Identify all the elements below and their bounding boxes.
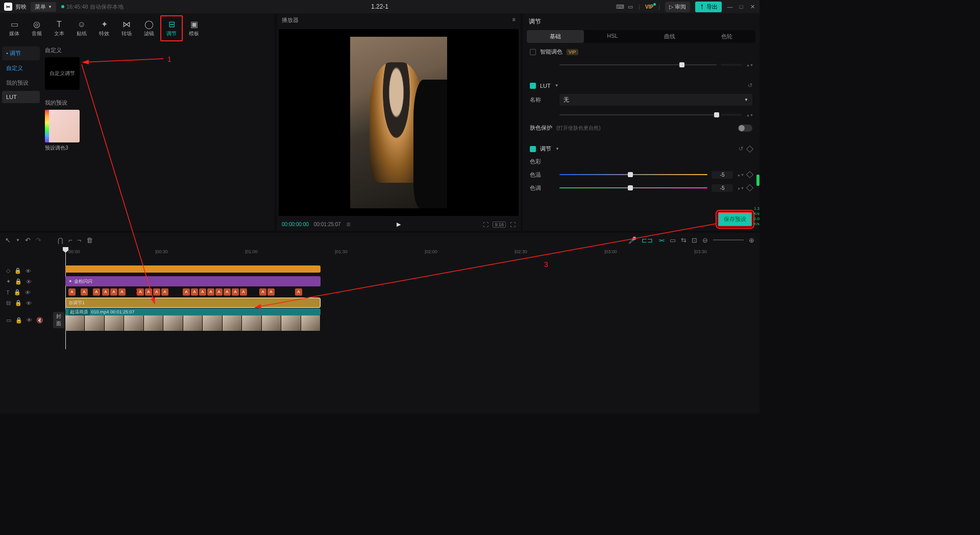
zoom-in-icon[interactable]: ⊕ (749, 236, 754, 244)
menu-button[interactable]: 菜单▼ (31, 2, 56, 12)
subtab-basic[interactable]: 基础 (527, 30, 584, 43)
keyboard-icon[interactable]: ⌨ (616, 4, 622, 10)
split-right-icon[interactable]: ¬ (78, 236, 82, 244)
tab-adjust[interactable]: ⊟调节 (160, 15, 183, 41)
menu-label: 菜单 (35, 3, 46, 11)
tab-text[interactable]: T文本 (48, 15, 70, 41)
adjust-row: 调节 ▼ ↺ (530, 145, 752, 153)
adjust-reset-icon[interactable]: ↺ (739, 145, 743, 152)
tab-template[interactable]: ▣模板 (183, 15, 205, 41)
preset-thumb[interactable] (45, 110, 80, 142)
subtab-hsl[interactable]: HSL (584, 30, 641, 43)
temp-keyframe[interactable] (746, 171, 753, 178)
cover-button[interactable]: 封面 (53, 312, 64, 328)
track-head-4[interactable]: ⊟🔒👁 (6, 298, 61, 308)
tint-slider[interactable] (559, 187, 707, 188)
sidebar-custom[interactable]: 自定义 (2, 61, 40, 75)
lut-strength-value[interactable] (721, 114, 742, 116)
track-head-2[interactable]: ✦🔒👁 (6, 276, 61, 287)
switch-icon[interactable]: ⇆ (681, 236, 687, 244)
timeline-panel: ↖ ▼ ↶ ↷ ⋂ ⌐ ¬ 🗑 🎤 ⊏⊐ ⫘ ▭ ⇆ ⊡ ⊖ ⊕ 00:00 |… (0, 233, 760, 414)
tint-keyframe[interactable] (746, 184, 753, 191)
review-button[interactable]: ▷ 审阅 (665, 2, 690, 12)
player-viewport[interactable] (279, 29, 519, 216)
lut-select[interactable]: 无▼ (559, 94, 752, 106)
save-preset-button[interactable]: 保存预设 (718, 212, 752, 227)
tab-transition[interactable]: ⋈转场 (115, 15, 138, 41)
player-menu-icon[interactable]: ≡ (512, 16, 516, 24)
magnet-icon[interactable]: ⊏⊐ (642, 236, 653, 244)
custom-adjust-card[interactable]: 自定义调节 (45, 57, 80, 90)
maximize-icon[interactable]: □ (738, 4, 744, 10)
vip-badge[interactable]: VIP (645, 4, 653, 10)
delete-icon[interactable]: 🗑 (86, 236, 93, 244)
adjust-panel: 调节 基础 HSL 曲线 色轮 智能调色 VIP ▲▼ LUT (523, 13, 760, 231)
adjust-keyframe-icon[interactable] (746, 145, 753, 152)
tab-media[interactable]: ▭媒体 (3, 15, 26, 41)
track-head-video[interactable]: ▭🔒👁🔇 封面 (6, 308, 61, 332)
ratio-button[interactable]: 9:16 (493, 222, 506, 228)
undo-icon[interactable]: ↶ (25, 236, 31, 244)
adjust-checkbox[interactable] (530, 146, 536, 152)
app-logo: ✂ (4, 3, 12, 11)
effect-clip[interactable]: ✦ 金粉闪闪 (65, 276, 321, 286)
preview-icon[interactable]: ▭ (670, 236, 676, 244)
pointer-tool[interactable]: ↖ (5, 236, 11, 244)
mic-icon[interactable]: 🎤 (628, 236, 636, 244)
tab-filter[interactable]: ◯滤镜 (138, 15, 160, 41)
player-title: 播放器 (282, 16, 299, 24)
smart-color-checkbox[interactable] (530, 49, 536, 55)
tab-sticker[interactable]: ☺贴纸 (70, 15, 93, 41)
current-time: 00:00:00:00 (282, 222, 309, 227)
skin-toggle[interactable] (738, 125, 752, 132)
smart-value[interactable] (721, 64, 742, 66)
split-icon[interactable]: ⋂ (58, 236, 63, 244)
zoom-slider[interactable] (713, 239, 744, 240)
temp-value[interactable]: -5 (712, 171, 733, 179)
list-icon[interactable]: ≣ (346, 221, 351, 228)
tab-audio[interactable]: ◎音频 (26, 15, 48, 41)
lut-strength-slider[interactable] (559, 114, 717, 115)
export-button[interactable]: ⭱ 导出 (695, 2, 722, 12)
temp-slider[interactable] (559, 174, 707, 175)
video-filmstrip[interactable] (65, 315, 321, 331)
split-left-icon[interactable]: ⌐ (68, 236, 72, 244)
vip-tag: VIP (567, 49, 578, 55)
sidebar-lut[interactable]: LUT (2, 91, 40, 103)
link-icon[interactable]: ⫘ (658, 236, 665, 244)
subtab-curve[interactable]: 曲线 (641, 30, 698, 43)
crop-icon[interactable]: ⛶ (483, 222, 488, 228)
video-clip-header[interactable]: 超清画质 010.mp4 00:01:25:07 (65, 308, 321, 315)
smart-stepper[interactable]: ▲▼ (746, 61, 752, 69)
temp-row: 色温 -5 ▲▼ (530, 171, 752, 179)
sidebar-presets[interactable]: 我的预设 (2, 76, 40, 90)
lut-reset-icon[interactable]: ↺ (748, 82, 752, 89)
close-icon[interactable]: ✕ (749, 4, 755, 10)
adjust-clip[interactable]: ⊟ 调节1 (65, 298, 321, 308)
track-lanes[interactable]: ✦ 金粉闪闪 AAA AAA AAA AAA AAA AAA AAA ⊟ 调节1… (65, 258, 760, 414)
tint-value[interactable]: -5 (712, 184, 733, 192)
smart-slider[interactable] (559, 64, 717, 65)
lut-checkbox[interactable] (530, 83, 536, 89)
player-controls: 00:00:00:00 00:01:25:07 ≣ ▶ ⛶ 9:16 ⛶ (277, 218, 521, 231)
track-head-1[interactable]: ◇🔒👁 (6, 265, 61, 276)
text-lane[interactable]: AAA AAA AAA AAA AAA AAA AAA (65, 287, 760, 297)
preset-label: 预设调色3 (45, 144, 275, 152)
sidebar-header[interactable]: • 调节 (2, 46, 40, 60)
scrollbar-indicator (756, 175, 760, 186)
audio-clip[interactable] (65, 265, 321, 273)
tab-effect[interactable]: ✦特效 (93, 15, 115, 41)
fullscreen-icon[interactable]: ⛶ (510, 222, 516, 228)
timeline-ruler[interactable]: 00:00 |00:30 |01:00 |01:30 |02:00 |02:30… (65, 247, 760, 258)
track-head-3[interactable]: T🔒👁 (6, 287, 61, 298)
monitor-icon[interactable]: ⊡ (692, 236, 697, 244)
zoom-out-icon[interactable]: ⊖ (702, 236, 708, 244)
video-frame (350, 37, 447, 208)
left-content: 自定义 自定义调节 我的预设 预设调色3 (42, 43, 275, 231)
subtab-wheel[interactable]: 色轮 (698, 30, 755, 43)
redo-icon[interactable]: ↷ (36, 236, 41, 244)
layout-icon[interactable]: ▭ (627, 4, 633, 10)
play-button[interactable]: ▶ (397, 221, 401, 228)
minimize-icon[interactable]: — (727, 4, 733, 10)
skin-hint: (打开使肤色更自然) (556, 125, 601, 132)
